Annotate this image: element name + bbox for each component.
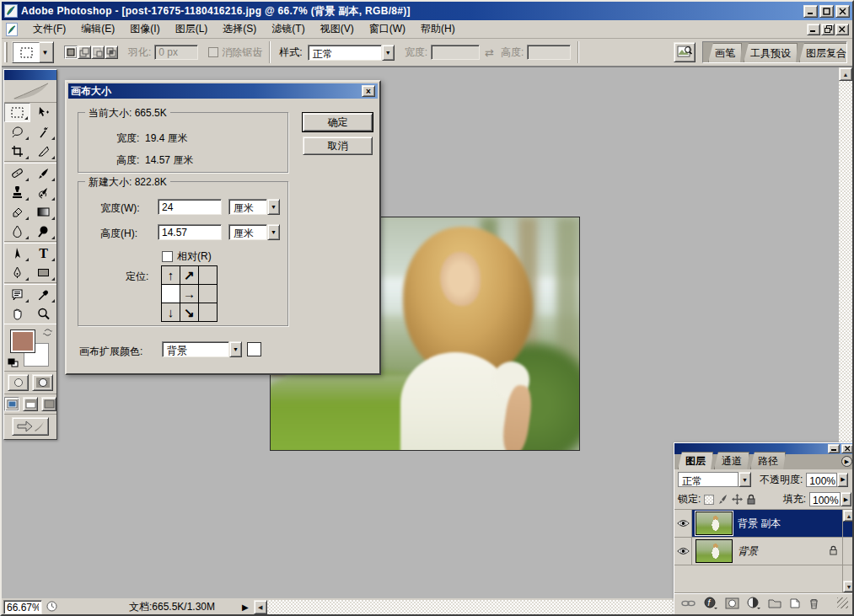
extension-color-swatch[interactable] [247, 342, 261, 356]
opacity-field[interactable]: 100% ▶ [806, 473, 848, 487]
tool-zoom[interactable] [30, 304, 56, 324]
toolbox-title-bar[interactable] [4, 70, 56, 80]
add-selection-mode-icon[interactable] [78, 46, 91, 59]
tool-magic-wand[interactable] [30, 122, 56, 142]
tool-brush[interactable] [30, 163, 56, 183]
chevron-down-icon[interactable]: ▼ [267, 224, 280, 240]
scroll-left-icon[interactable]: ◀ [254, 600, 267, 614]
adjustment-layer-icon[interactable] [747, 597, 760, 609]
new-selection-mode-icon[interactable] [64, 46, 78, 59]
width-input[interactable] [431, 45, 480, 60]
jump-to-imageready-icon[interactable] [12, 417, 49, 436]
tool-slice[interactable] [30, 142, 56, 161]
new-height-input[interactable] [158, 224, 222, 240]
tool-clone-stamp[interactable] [4, 183, 30, 202]
new-group-icon[interactable] [768, 597, 781, 608]
photoshop-feather-logo[interactable] [4, 80, 56, 103]
menu-file[interactable]: 文件(F) [25, 19, 73, 39]
anchor-cell[interactable]: ↘ [180, 303, 199, 322]
subtract-selection-mode-icon[interactable] [91, 46, 105, 59]
title-bar[interactable]: Adobe Photoshop - [post-17675-1180416216… [2, 2, 852, 20]
foreground-color-swatch[interactable] [11, 330, 35, 352]
antialias-checkbox[interactable] [208, 47, 218, 57]
tab-brushes[interactable]: 画笔 [708, 43, 742, 62]
palette-minimize-icon[interactable] [828, 444, 840, 453]
anchor-cell[interactable]: ↗ [180, 265, 199, 285]
layer-name[interactable]: 背景 副本 [738, 517, 854, 531]
layer-thumbnail[interactable] [696, 539, 733, 563]
doc-restore-icon[interactable] [821, 24, 835, 35]
tool-history-brush[interactable] [30, 183, 56, 202]
tool-healing-brush[interactable] [4, 163, 30, 183]
fullscreen-icon[interactable] [41, 397, 56, 411]
lock-all-icon[interactable] [746, 494, 756, 505]
chevron-right-icon[interactable]: ▶ [837, 473, 848, 487]
menu-help[interactable]: 帮助(H) [413, 19, 463, 39]
menu-view[interactable]: 视图(V) [313, 19, 362, 39]
new-width-input[interactable] [158, 199, 222, 215]
link-layers-icon[interactable] [681, 599, 696, 608]
tab-paths[interactable]: 路径 [750, 452, 786, 469]
layer-thumbnail[interactable] [696, 512, 733, 535]
standard-screen-icon[interactable] [4, 397, 19, 411]
maximize-icon[interactable] [819, 5, 834, 18]
tool-notes[interactable] [4, 285, 30, 304]
tool-eraser[interactable] [4, 202, 30, 222]
tool-pen[interactable] [4, 263, 30, 282]
tool-lasso[interactable] [4, 122, 30, 142]
chevron-down-icon[interactable]: ▼ [739, 472, 751, 487]
file-browser-icon[interactable] [674, 42, 696, 62]
close-icon[interactable] [835, 5, 850, 18]
doc-minimize-icon[interactable] [807, 24, 820, 35]
lock-position-icon[interactable] [732, 494, 743, 505]
chevron-down-icon[interactable]: ▼ [382, 45, 395, 61]
tool-blur[interactable] [4, 222, 30, 241]
status-menu-icon[interactable]: ▶ [242, 603, 249, 612]
tool-crop[interactable] [4, 142, 30, 161]
tool-move[interactable] [30, 103, 56, 122]
chevron-down-icon[interactable]: ▼ [229, 341, 242, 357]
blend-mode-dropdown[interactable]: 正常 ▼ [678, 472, 751, 487]
lock-transparency-icon[interactable] [704, 495, 714, 505]
anchor-cell-selected[interactable] [161, 284, 180, 303]
tab-layer-comps[interactable]: 图层复合 [799, 43, 847, 62]
chevron-down-icon[interactable]: ▼ [267, 199, 280, 215]
scroll-up-icon[interactable]: ▲ [843, 510, 854, 522]
tab-tool-presets[interactable]: 工具预设 [744, 43, 798, 62]
height-input[interactable] [527, 45, 571, 60]
intersect-selection-mode-icon[interactable] [105, 46, 118, 59]
new-width-unit-dropdown[interactable]: 厘米 ▼ [228, 199, 280, 215]
layer-style-icon[interactable]: f [704, 597, 717, 609]
add-mask-icon[interactable] [725, 597, 739, 609]
quick-mask-mode-icon[interactable] [32, 374, 53, 391]
anchor-cell[interactable]: → [180, 284, 199, 303]
extension-color-dropdown[interactable]: 背景 ▼ [162, 341, 242, 357]
swap-dimensions-icon[interactable]: ⇄ [485, 46, 494, 59]
tool-dodge[interactable] [30, 222, 56, 241]
palette-resize-grip[interactable] [837, 597, 848, 608]
tool-shape[interactable] [30, 263, 56, 282]
menu-window[interactable]: 窗口(W) [362, 19, 413, 39]
layer-row-background-copy[interactable]: 背景 副本 [674, 510, 854, 538]
anchor-cell[interactable] [198, 265, 218, 285]
anchor-cell[interactable] [198, 303, 218, 322]
fill-field[interactable]: 100% ▶ [809, 492, 851, 506]
visibility-toggle[interactable] [674, 510, 692, 537]
fullscreen-menubar-icon[interactable] [23, 397, 38, 411]
ok-button[interactable]: 确定 [303, 113, 373, 131]
cancel-button[interactable]: 取消 [303, 137, 373, 155]
menu-layer[interactable]: 图层(L) [168, 19, 216, 39]
tool-rectangular-marquee[interactable] [4, 103, 30, 122]
anchor-cell[interactable]: ↓ [161, 303, 180, 322]
tab-layers[interactable]: 图层 [678, 452, 713, 469]
style-dropdown[interactable]: 正常 ▼ [308, 45, 395, 61]
minimize-icon[interactable] [803, 5, 818, 18]
standard-mode-icon[interactable] [8, 374, 29, 391]
layer-list-scrollbar[interactable]: ▲ ▼ [842, 510, 854, 592]
tool-gradient[interactable] [30, 202, 56, 222]
dialog-title-bar[interactable]: 画布大小 × [68, 83, 378, 99]
palette-close-icon[interactable] [841, 444, 853, 453]
layer-row-background[interactable]: 背景 [674, 538, 854, 565]
tool-type[interactable]: T [30, 244, 56, 263]
timing-icon[interactable] [46, 600, 58, 615]
